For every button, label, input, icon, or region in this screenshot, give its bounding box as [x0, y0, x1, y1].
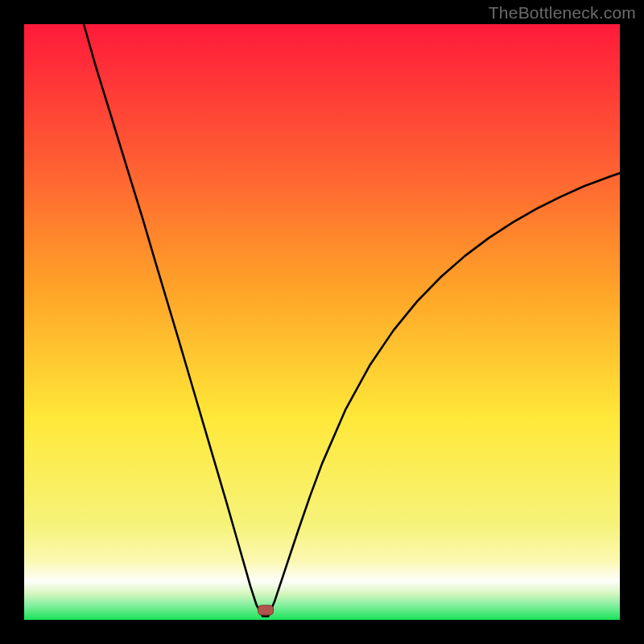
watermark-text: TheBottleneck.com — [489, 3, 636, 23]
bottleneck-curve — [24, 24, 620, 620]
plot-area — [24, 24, 620, 620]
optimum-marker — [258, 605, 274, 616]
chart-frame: TheBottleneck.com — [0, 0, 644, 644]
